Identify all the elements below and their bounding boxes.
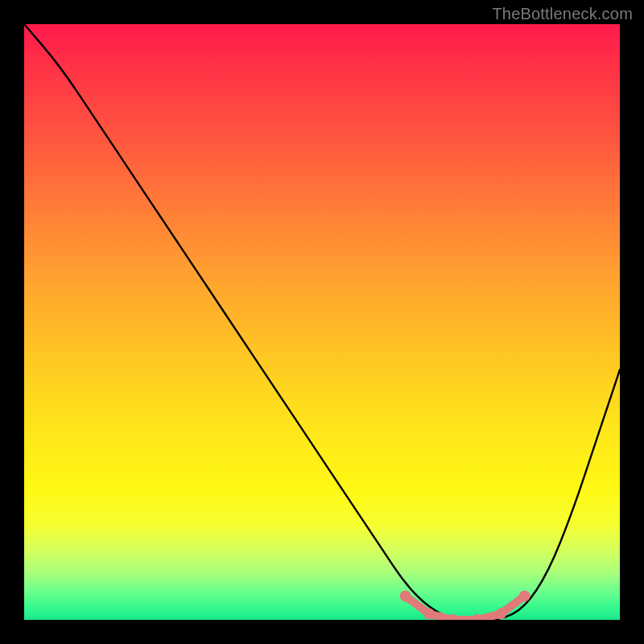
marker-dot: [519, 590, 530, 601]
attribution-label: TheBottleneck.com: [492, 5, 633, 23]
plot-area: [24, 24, 620, 620]
optimal-range-markers: [24, 24, 620, 620]
marker-dot: [400, 590, 411, 601]
chart-frame: TheBottleneck.com: [0, 0, 644, 644]
marker-connector: [406, 596, 525, 620]
marker-dot: [495, 609, 506, 620]
marker-dot: [423, 609, 435, 620]
